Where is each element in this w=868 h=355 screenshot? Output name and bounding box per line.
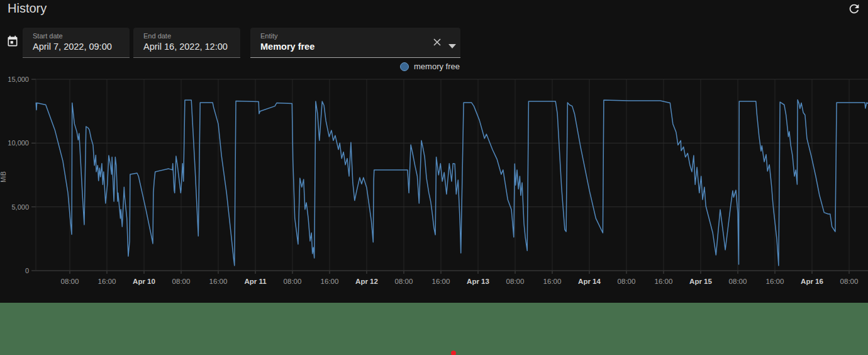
x-tick-label: Apr 15: [689, 278, 712, 285]
x-tick-label: 08:00: [618, 278, 636, 285]
calendar-icon: [6, 35, 19, 48]
x-tick-label: 08:00: [840, 278, 859, 285]
page-title: History: [8, 1, 47, 16]
x-tick-label: 16:00: [209, 278, 228, 285]
legend-label: memory free: [414, 62, 460, 71]
map-area[interactable]: [0, 303, 868, 355]
y-tick-label: 10,000: [8, 139, 29, 147]
y-axis-unit-label: MiB: [0, 171, 7, 183]
end-date-field[interactable]: End date April 16, 2022, 12:00: [133, 28, 240, 58]
x-tick-label: Apr 12: [355, 278, 378, 285]
y-tick-label: 0: [25, 267, 29, 274]
x-tick-label: Apr 10: [133, 278, 155, 285]
x-tick-label: 16:00: [432, 278, 450, 285]
x-tick-label: 08:00: [61, 278, 79, 285]
entity-value: Memory free: [260, 42, 453, 52]
x-tick-label: 16:00: [321, 278, 339, 285]
entity-dropdown-button[interactable]: [448, 41, 457, 47]
x-tick-label: Apr 13: [467, 278, 489, 285]
chart-legend[interactable]: memory free: [400, 62, 460, 71]
y-tick-label: 5,000: [11, 203, 29, 211]
x-tick-label: 08:00: [506, 278, 525, 285]
y-tick-label: 15,000: [8, 76, 29, 83]
refresh-icon: [847, 2, 861, 16]
memory-free-line: [36, 99, 868, 266]
x-tick-label: Apr 14: [578, 278, 601, 285]
x-tick-label: 16:00: [655, 278, 673, 285]
x-tick-label: Apr 11: [244, 278, 267, 285]
calendar-button[interactable]: [6, 35, 19, 49]
start-date-value: April 7, 2022, 09:00: [33, 42, 122, 52]
clear-entity-button[interactable]: [431, 37, 443, 48]
x-tick-label: 16:00: [766, 278, 784, 285]
legend-color-dot: [400, 62, 409, 71]
end-date-value: April 16, 2022, 12:00: [143, 42, 233, 52]
x-tick-label: Apr 16: [801, 278, 823, 285]
x-tick-label: 08:00: [729, 278, 747, 285]
x-tick-label: 08:00: [172, 278, 191, 285]
refresh-button[interactable]: [847, 2, 862, 17]
start-date-label: Start date: [33, 32, 122, 40]
x-tick-label: 08:00: [284, 278, 302, 285]
x-tick-label: 16:00: [98, 278, 116, 285]
start-date-field[interactable]: Start date April 7, 2022, 09:00: [23, 28, 130, 58]
x-tick-label: 08:00: [395, 278, 413, 285]
x-tick-label: 16:00: [543, 278, 562, 285]
history-page: History Start date April 7, 2022, 09:00 …: [0, 0, 868, 355]
end-date-label: End date: [143, 32, 233, 40]
map-marker[interactable]: [451, 351, 456, 355]
entity-field[interactable]: Entity Memory free: [250, 28, 460, 58]
close-icon: [432, 37, 442, 47]
chevron-down-icon: [448, 44, 456, 48]
entity-label: Entity: [260, 32, 453, 40]
